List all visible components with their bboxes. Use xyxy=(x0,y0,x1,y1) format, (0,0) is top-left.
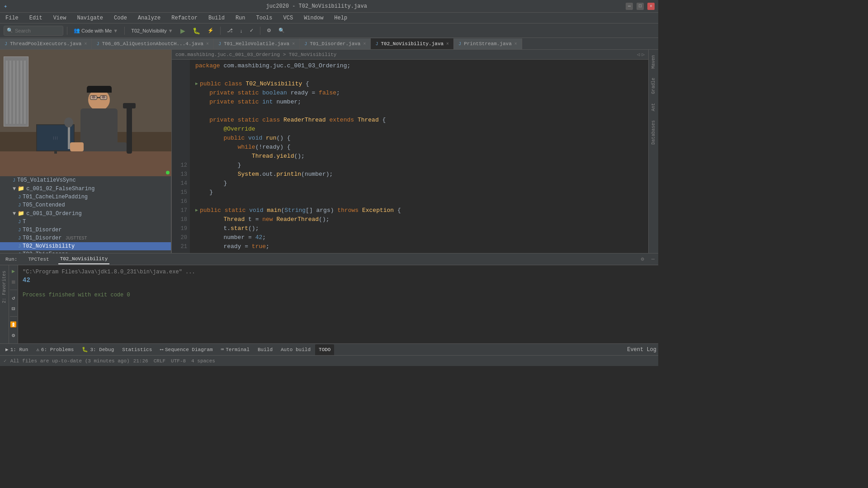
run-rerun-button[interactable]: ↺ xyxy=(9,294,18,302)
tree-item-t[interactable]: J T xyxy=(0,218,171,226)
tab-novisibility[interactable]: J T02_NoVisibility.java × xyxy=(371,38,454,49)
menu-window[interactable]: Window xyxy=(302,14,325,22)
run-settings-icon[interactable]: ⚙ xyxy=(641,256,644,263)
cursor-position[interactable]: 21:26 xyxy=(133,358,148,364)
sidebar-ant[interactable]: Ant xyxy=(650,99,657,115)
menu-refactor[interactable]: Refactor xyxy=(170,14,199,22)
menu-vcs[interactable]: VCS xyxy=(282,14,295,22)
run-close-icon[interactable]: — xyxy=(651,256,655,263)
vcs-button[interactable]: ⎇ xyxy=(224,26,236,36)
update-button[interactable]: ↓ xyxy=(237,26,245,36)
toolbar: 🔍 👥 Code with Me ▼ T02_NoVisibility ▼ ▶ … xyxy=(0,23,658,38)
debug-button[interactable]: 🐛 xyxy=(190,26,203,36)
menu-build[interactable]: Build xyxy=(207,14,226,22)
bottom-tab-statistics[interactable]: Statistics xyxy=(118,344,156,355)
code-content[interactable]: 12 13 14 15 16 17 18 19 20 21 22 23 24 2… xyxy=(172,60,648,253)
settings-button[interactable]: ⚙ xyxy=(264,26,274,36)
bottom-tab-build[interactable]: Build xyxy=(254,344,276,355)
bottom-tab-run[interactable]: ▶ 1: Run xyxy=(2,344,32,355)
search-input[interactable] xyxy=(15,28,60,33)
tab-disorder[interactable]: J T01_Disorder.java × xyxy=(300,38,371,49)
run-settings2-button[interactable]: ⚙ xyxy=(9,331,18,339)
tab-hellovolatile[interactable]: J T01_HelloVolatile.java × xyxy=(214,38,300,49)
menu-tools[interactable]: Tools xyxy=(255,14,274,22)
gutter-back[interactable]: ◁ xyxy=(637,52,640,57)
run-config-button[interactable]: T02_NoVisibility ▼ xyxy=(128,26,176,36)
encoding[interactable]: UTF-8 xyxy=(171,358,186,364)
close-button[interactable]: ✕ xyxy=(647,3,655,10)
tab-ali[interactable]: J T06_05_AliQuestionAboutCH...4.java × xyxy=(92,38,213,49)
bottom-tab-sequence[interactable]: ⟷ Sequence Diagram xyxy=(156,344,216,355)
menu-navigate[interactable]: Navigate xyxy=(75,14,105,22)
tree-item-t02novisibility[interactable]: J T02_NoVisibility xyxy=(0,242,171,250)
bottom-tab-autobuild[interactable]: Auto build xyxy=(277,344,314,355)
run-scroll-top-button[interactable]: ⏫ xyxy=(9,320,18,328)
minimize-button[interactable]: — xyxy=(626,3,633,10)
bottom-tab-terminal[interactable]: ⌨ Terminal xyxy=(217,344,253,355)
tab-close-button[interactable]: × xyxy=(363,42,366,47)
menu-run[interactable]: Run xyxy=(234,14,247,22)
java-file-icon: J xyxy=(18,203,21,208)
tree-item-t03thisescape[interactable]: J T03_ThisEscape xyxy=(0,250,171,253)
folder-arrow-icon: ▼ xyxy=(13,186,16,192)
code-line: } xyxy=(195,179,648,188)
line-ending[interactable]: CRLF xyxy=(154,358,165,364)
code-line: ▶ public static void main(String[] args)… xyxy=(195,206,648,215)
maximize-button[interactable]: □ xyxy=(637,3,644,10)
code-line: t.start(); xyxy=(195,224,648,233)
sidebar-databases[interactable]: Databases xyxy=(650,117,657,148)
run-button[interactable]: ▶ xyxy=(178,26,188,36)
chair-top xyxy=(123,103,136,108)
bottom-tab-todo[interactable]: TODO xyxy=(315,344,334,355)
title-bar-left: ✦ xyxy=(4,2,7,10)
code-line xyxy=(195,197,648,206)
run-tab-novisibility[interactable]: T02_NoVisibility xyxy=(58,254,110,264)
menu-help[interactable]: Help xyxy=(332,14,349,22)
coverage-button[interactable]: ⚡ xyxy=(205,26,217,36)
desk xyxy=(0,151,171,176)
menu-edit[interactable]: Edit xyxy=(28,14,44,22)
tree-item-t01disorder[interactable]: J T01_Disorder xyxy=(0,226,171,234)
event-log-link[interactable]: Event Log xyxy=(627,347,656,353)
code-editor: com.mashibing.juc.c_001_03_Ordering > T0… xyxy=(172,50,648,253)
menu-analyze[interactable]: Analyze xyxy=(136,14,162,22)
tab-close-button[interactable]: × xyxy=(514,42,517,47)
tab-printstream[interactable]: J PrintStream.java × xyxy=(454,38,522,49)
tab-close-button[interactable]: × xyxy=(84,42,87,47)
tree-item-t01disorder-justtest[interactable]: J T01_Disorder JUSTTEST xyxy=(0,234,171,242)
tab-close-button[interactable]: × xyxy=(446,42,449,47)
menu-code[interactable]: Code xyxy=(112,14,129,22)
indent[interactable]: 4 spaces xyxy=(191,358,215,364)
bottom-tab-problems[interactable]: ⚠ 6: Problems xyxy=(33,344,77,355)
tree-item-ordering[interactable]: ▼ 📁 c_001_03_Ordering xyxy=(0,209,171,218)
code-lines[interactable]: package com.mashibing.juc.c_001_03_Order… xyxy=(190,60,648,253)
run-icon: ▶ xyxy=(5,347,9,352)
person-hair xyxy=(87,86,112,93)
menu-file[interactable]: File xyxy=(4,14,20,22)
run-tab-tpctest[interactable]: TPCTest xyxy=(26,255,51,264)
favorites-label[interactable]: 2: Favorites xyxy=(1,267,8,307)
tab-close-button[interactable]: × xyxy=(292,42,295,47)
tab-close-button[interactable]: × xyxy=(206,42,209,47)
menu-bar: File Edit View Navigate Code Analyze Ref… xyxy=(0,13,658,23)
commit-button[interactable]: ✓ xyxy=(247,26,256,36)
sidebar-maven[interactable]: Maven xyxy=(650,52,657,72)
tree-item-cachelinepadding[interactable]: J T01_CacheLinePadding xyxy=(0,193,171,201)
tab-threadpool[interactable]: J ThreadPoolExecutors.java × xyxy=(0,38,92,49)
run-filter-button[interactable]: ⊟ xyxy=(9,305,18,313)
tree-item-t05volatile[interactable]: J T05_VolatileVsSync xyxy=(0,176,171,184)
search-icon: 🔍 xyxy=(7,28,13,33)
global-search-button[interactable]: 🔍 xyxy=(276,26,288,36)
menu-view[interactable]: View xyxy=(52,14,68,22)
tree-item-falsesharing[interactable]: ▼ 📁 c_001_02_FalseSharing xyxy=(0,184,171,193)
tree-item-t05contended[interactable]: J T05_Contended xyxy=(0,201,171,209)
monitor-stand xyxy=(54,150,57,154)
gutter-fwd[interactable]: ▷ xyxy=(642,52,645,57)
toolbar-search[interactable]: 🔍 xyxy=(4,26,63,36)
bottom-tab-debug[interactable]: 🐛 3: Debug xyxy=(78,344,118,355)
code-with-me-button[interactable]: 👥 Code with Me ▼ xyxy=(71,26,121,36)
code-line: while(!ready) { xyxy=(195,143,648,152)
sidebar-gradle[interactable]: Gradle xyxy=(650,74,657,98)
chair-back xyxy=(127,104,132,154)
run-play-button[interactable]: ▶ xyxy=(9,267,18,275)
